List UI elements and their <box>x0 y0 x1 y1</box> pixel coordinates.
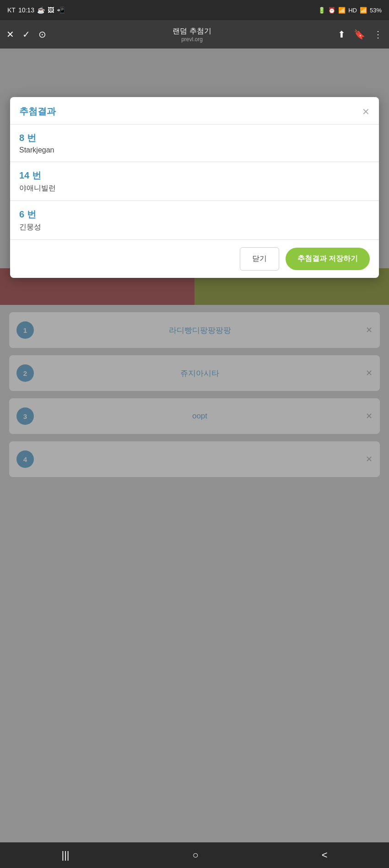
save-button[interactable]: 추첨결과 저장하기 <box>286 248 370 270</box>
navigation-bar: ||| ○ < <box>0 842 389 868</box>
share-icon[interactable]: ⬆ <box>338 29 346 40</box>
result-name-2: 야애니빌런 <box>19 184 370 193</box>
battery-text: 53% <box>370 7 382 14</box>
hd-icon: HD <box>348 7 357 14</box>
time-text: 10:13 <box>18 6 34 14</box>
result-name-3: 긴뭉성 <box>19 222 370 232</box>
close-tab-icon[interactable]: ✕ <box>6 29 14 40</box>
browser-toolbar: ✕ ✓ ⊙ 랜덤 추첨기 prevl.org ⬆ 🔖 ⋮ <box>0 20 389 49</box>
result-name-1: Starkjegan <box>19 146 370 154</box>
wifi-icon: 📶 <box>338 7 346 14</box>
page-title: 랜덤 추첨기 <box>173 27 211 36</box>
result-item-2: 14 번 야애니빌런 <box>10 162 379 201</box>
check-icon[interactable]: ✓ <box>22 29 30 40</box>
signal-icon: 📶 <box>360 7 367 14</box>
cancel-button[interactable]: 닫기 <box>240 247 279 271</box>
result-number-1: 8 번 <box>19 132 370 144</box>
result-modal: 추첨결과 ✕ 8 번 Starkjegan 14 번 야애니빌런 6 번 긴뭉성… <box>10 97 379 278</box>
status-left: KT 10:13 ☕ 🖼 📲 <box>7 6 65 14</box>
carrier-text: KT <box>7 6 16 14</box>
result-item-1: 8 번 Starkjegan <box>10 125 379 162</box>
modal-footer: 닫기 추첨결과 저장하기 <box>10 239 379 278</box>
alarm-icon: ⏰ <box>328 7 335 14</box>
modal-title: 추첨결과 <box>19 105 56 118</box>
back-nav-icon[interactable]: < <box>322 849 328 861</box>
home-nav-icon[interactable]: ○ <box>192 849 198 861</box>
phone-icon: 📲 <box>57 6 65 14</box>
main-content: 1 라디빵디팡팡팡팡 ✕ 2 쥬지아시타 ✕ 3 oopt ✕ 4 ✕ <box>0 49 389 842</box>
status-right: 🔋 ⏰ 📶 HD 📶 53% <box>318 7 382 14</box>
coffee-icon: ☕ <box>37 6 45 14</box>
results-list: 8 번 Starkjegan 14 번 야애니빌런 6 번 긴뭉성 <box>10 125 379 239</box>
bookmark-icon[interactable]: 🔖 <box>354 29 365 40</box>
modal-header: 추첨결과 ✕ <box>10 97 379 125</box>
battery-icon: 🔋 <box>318 7 325 14</box>
toolbar-title-group: 랜덤 추첨기 prevl.org <box>54 27 330 43</box>
more-options-icon[interactable]: ⋮ <box>373 29 383 40</box>
result-number-3: 6 번 <box>19 208 370 221</box>
result-item-3: 6 번 긴뭉성 <box>10 201 379 239</box>
profile-icon[interactable]: ⊙ <box>38 29 46 40</box>
result-number-2: 14 번 <box>19 169 370 182</box>
menu-nav-icon[interactable]: ||| <box>61 849 69 861</box>
modal-close-icon[interactable]: ✕ <box>362 106 370 117</box>
page-url: prevl.org <box>181 36 203 43</box>
image-icon: 🖼 <box>48 6 54 14</box>
status-bar: KT 10:13 ☕ 🖼 📲 🔋 ⏰ 📶 HD 📶 53% <box>0 0 389 20</box>
